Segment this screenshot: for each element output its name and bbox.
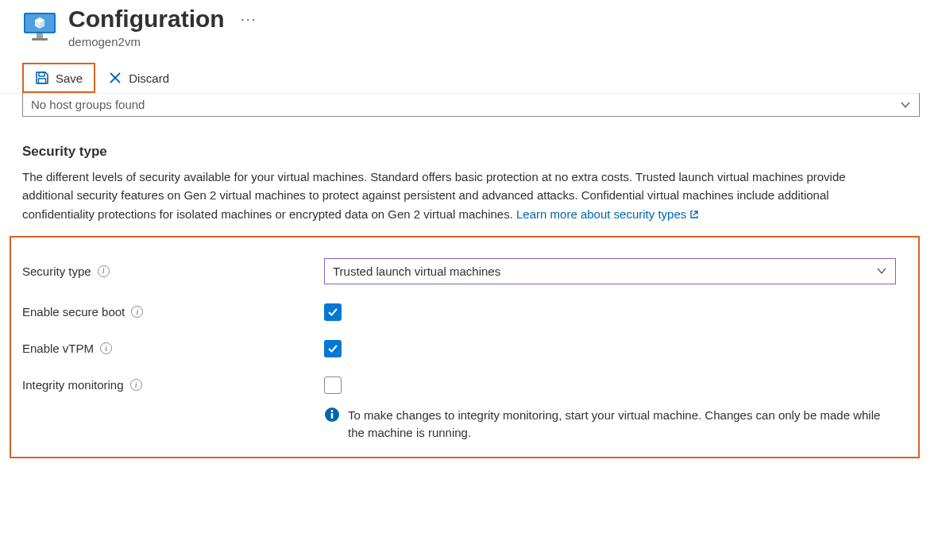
info-icon[interactable]: i (131, 306, 143, 318)
host-group-value: No host groups found (31, 98, 145, 111)
save-button[interactable]: Save (25, 66, 92, 90)
security-type-value: Trusted launch virtual machines (333, 265, 500, 278)
svg-rect-9 (39, 79, 46, 83)
svg-rect-2 (37, 33, 43, 38)
discard-button[interactable]: Discard (98, 66, 179, 90)
security-type-label: Security type (22, 265, 91, 278)
save-icon (35, 71, 49, 85)
info-solid-icon (324, 407, 340, 423)
page-header: Configuration ··· demogen2vm (22, 0, 920, 48)
secure-boot-label: Enable secure boot (22, 305, 125, 319)
svg-rect-3 (32, 38, 48, 41)
integrity-info-note: To make changes to integrity monitoring,… (22, 407, 896, 442)
resource-name: demogen2vm (68, 35, 257, 48)
info-icon[interactable]: i (100, 342, 112, 354)
chevron-down-icon (900, 99, 911, 110)
discard-icon (108, 71, 122, 85)
svg-rect-14 (331, 413, 334, 419)
security-config-panel: Security type i Trusted launch virtual m… (10, 236, 920, 458)
info-icon[interactable]: i (130, 379, 142, 391)
integrity-monitoring-label: Integrity monitoring (22, 378, 124, 392)
info-icon[interactable]: i (98, 265, 110, 277)
host-group-select[interactable]: No host groups found (22, 93, 920, 117)
save-label: Save (56, 71, 83, 85)
command-bar: Save Discard (0, 63, 920, 94)
discard-label: Discard (129, 71, 169, 85)
security-type-heading: Security type (22, 144, 920, 160)
chevron-down-icon (876, 265, 887, 276)
vtpm-checkbox[interactable] (324, 340, 342, 357)
vm-icon (22, 10, 57, 44)
secure-boot-checkbox[interactable] (324, 303, 342, 321)
vtpm-label: Enable vTPM (22, 342, 94, 355)
page-title: Configuration (68, 5, 225, 33)
learn-more-link[interactable]: Learn more about security types (516, 207, 699, 221)
more-actions-button[interactable]: ··· (241, 11, 257, 28)
svg-point-13 (331, 410, 334, 412)
security-type-description: The different levels of security availab… (22, 168, 896, 223)
check-icon (327, 307, 338, 318)
external-link-icon (689, 210, 699, 219)
integrity-info-text: To make changes to integrity monitoring,… (348, 407, 896, 442)
security-type-select[interactable]: Trusted launch virtual machines (324, 258, 896, 284)
integrity-monitoring-checkbox[interactable] (324, 377, 342, 394)
check-icon (327, 343, 338, 354)
